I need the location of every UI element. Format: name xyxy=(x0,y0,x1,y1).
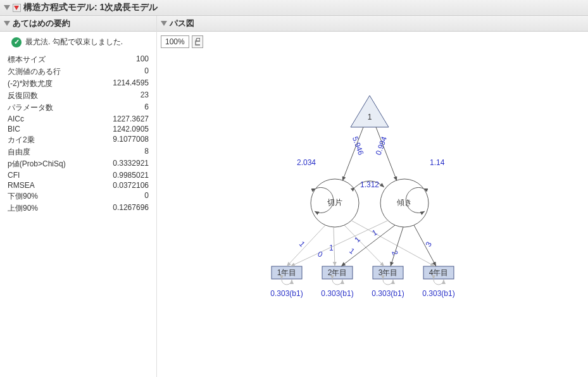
observed-node-4[interactable]: 4年目 xyxy=(423,266,454,279)
svg-line-10 xyxy=(287,225,325,266)
summary-panel: あてはめの要約 ✓ 最尤法. 勾配で収束しました. 標本サイズ100 欠測値のあ… xyxy=(0,16,157,377)
summary-header: あてはめの要約 xyxy=(0,16,156,32)
svg-text:0: 0 xyxy=(316,249,324,259)
svg-line-22 xyxy=(391,227,403,266)
collapse-triangle-icon[interactable] xyxy=(4,21,10,26)
svg-text:1: 1 xyxy=(370,228,378,238)
edge-label: 1.312 xyxy=(360,180,378,189)
hotspot-menu-button[interactable] xyxy=(13,4,21,12)
table-row: 自由度8 xyxy=(8,146,149,158)
collapse-triangle-icon[interactable] xyxy=(4,5,10,10)
error-label: 0.303(b1) xyxy=(321,289,353,298)
latent-slope-label: 傾き xyxy=(397,198,412,207)
edge-label: 1.14 xyxy=(430,158,445,167)
table-row: パラメータ数6 xyxy=(8,102,149,114)
svg-text:3: 3 xyxy=(423,240,434,248)
table-row: p値(Prob>ChiSq)0.3332921 xyxy=(8,158,149,170)
table-row: RMSEA0.0372106 xyxy=(8,180,149,190)
error-label: 0.303(b1) xyxy=(372,289,404,298)
svg-text:4年目: 4年目 xyxy=(428,268,448,277)
svg-text:1: 1 xyxy=(347,246,356,256)
constant-node[interactable] xyxy=(351,96,389,127)
convergence-text: 最尤法. 勾配で収束しました. xyxy=(25,37,123,47)
table-row: カイ2乗9.1077008 xyxy=(8,134,149,146)
svg-text:3年目: 3年目 xyxy=(378,268,397,277)
observed-node-2[interactable]: 2年目 xyxy=(322,266,353,279)
check-circle-icon: ✓ xyxy=(11,37,22,47)
error-label: 0.303(b1) xyxy=(422,289,454,298)
latent-intercept-label: 切片 xyxy=(327,198,342,207)
zoom-level[interactable]: 100% xyxy=(161,35,189,48)
constant-label: 1 xyxy=(367,113,372,121)
table-row: 上側90%0.1267696 xyxy=(8,202,149,214)
svg-text:2: 2 xyxy=(390,249,400,256)
table-row: AICc1227.3627 xyxy=(8,114,149,124)
red-triangle-icon xyxy=(14,6,19,10)
main-title-bar: 構造方程式モデル: 1次成長モデル xyxy=(0,0,588,16)
table-row: 反復回数23 xyxy=(8,90,149,102)
svg-line-20 xyxy=(341,225,395,266)
lock-icon xyxy=(195,38,200,46)
observed-node-3[interactable]: 3年目 xyxy=(373,266,403,279)
page-title: 構造方程式モデル: 1次成長モデル xyxy=(23,2,158,13)
collapse-triangle-icon[interactable] xyxy=(161,21,167,26)
convergence-status: ✓ 最尤法. 勾配で収束しました. xyxy=(11,37,149,47)
svg-text:2年目: 2年目 xyxy=(327,268,347,277)
table-row: BIC1242.0905 xyxy=(8,124,149,134)
path-diagram-panel: パス図 100% 1 xyxy=(157,16,588,377)
table-row: 欠測値のある行0 xyxy=(8,66,149,78)
path-diagram-header: パス図 xyxy=(157,16,588,32)
table-row: CFI0.9985021 xyxy=(8,170,149,180)
lock-button[interactable] xyxy=(192,35,203,48)
fit-stats-table: 標本サイズ100 欠測値のある行0 (-2)*対数尤度1214.4595 反復回… xyxy=(8,54,149,214)
error-label: 0.303(b1) xyxy=(270,289,303,298)
summary-header-label: あてはめの要約 xyxy=(13,18,70,29)
svg-text:1: 1 xyxy=(297,240,306,249)
table-row: 下側90%0 xyxy=(8,190,149,202)
path-diagram-header-label: パス図 xyxy=(170,18,194,29)
table-row: 標本サイズ100 xyxy=(8,54,149,66)
svg-line-12 xyxy=(334,227,335,266)
svg-text:1年目: 1年目 xyxy=(277,268,296,277)
observed-node-1[interactable]: 1年目 xyxy=(272,266,302,279)
edge-label: 0.994 xyxy=(373,135,389,156)
edge-label: 2.034 xyxy=(297,158,316,167)
table-row: (-2)*対数尤度1214.4595 xyxy=(8,78,149,90)
sem-path-diagram[interactable]: 1 5.946 0.994 切片 傾き 2.034 1.14 1.312 xyxy=(234,54,512,333)
